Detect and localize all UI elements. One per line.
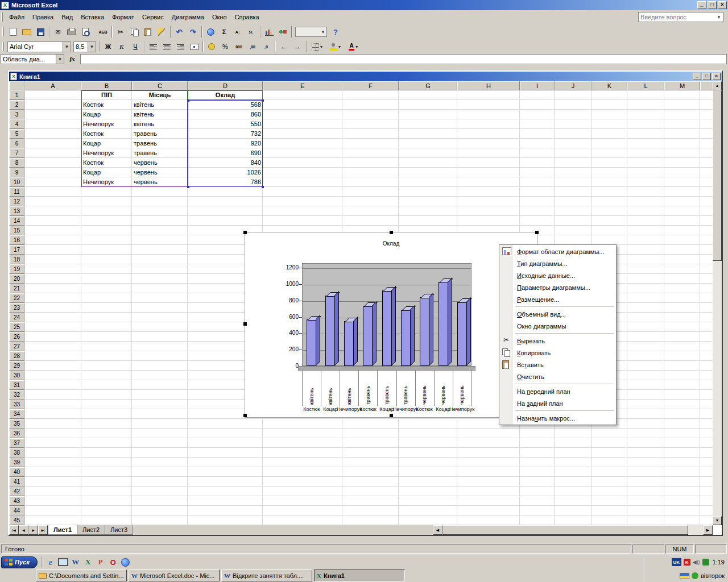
toolbar-borders-button[interactable]: ▼ [308,40,326,53]
show-desktop-icon[interactable] [57,556,69,568]
chevron-down-icon[interactable]: ▼ [88,42,96,52]
chart-bar-4[interactable] [363,306,373,366]
column-header-G[interactable]: G [399,81,457,90]
context-menu-item-4[interactable]: Параметры диаграммы... [500,281,615,293]
context-menu-item-8[interactable]: ✂Вырезать [500,335,615,347]
toolbar-save-button[interactable] [34,26,47,38]
menu-item-6[interactable]: Сервис [138,12,168,22]
font-size-select[interactable]: 8,5 ▼ [73,41,96,52]
question-box[interactable]: Введите вопрос ▼ [638,12,723,22]
cell-D7[interactable]: 690 [188,148,263,158]
column-header-H[interactable]: H [457,81,520,90]
chart-bar-2[interactable] [325,296,335,366]
sheet-tab-Лист2[interactable]: Лист2 [77,525,105,535]
row-header-5[interactable]: 5 [9,129,24,139]
toolbar-sort-descending-button[interactable]: Я↓ [245,26,258,38]
cell-D4[interactable]: 550 [188,119,263,129]
browser-globe-icon[interactable] [120,556,131,568]
workbook-minimize-button[interactable]: _ [693,73,701,80]
chart-selection-handle[interactable] [390,414,393,417]
close-button[interactable]: × [718,1,727,9]
row-header-10[interactable]: 10 [9,177,24,187]
toolbar-paste-button[interactable] [141,26,155,38]
scroll-up-icon[interactable]: ▲ [713,81,722,90]
column-header-E[interactable]: E [263,81,342,90]
language-indicator[interactable]: UK [672,558,681,566]
toolbar-italic-button[interactable]: К [115,40,129,53]
cell-B2[interactable]: Костюк [81,100,132,110]
task-button-4[interactable]: Книга1 [314,569,405,581]
chevron-down-icon[interactable]: ▼ [321,30,326,35]
context-menu-item-11[interactable]: Очистить [500,371,615,383]
toolbar-align-center-button[interactable] [160,40,173,53]
row-header-15[interactable]: 15 [9,226,24,235]
cell-B10[interactable]: Нечипорук [81,177,132,187]
row-header-33[interactable]: 33 [9,400,24,409]
horizontal-scroll-thumb[interactable] [442,525,688,535]
next-sheet-button[interactable]: ▶ [28,525,38,535]
column-header-I[interactable]: I [520,81,555,90]
column-header-A[interactable]: A [24,81,81,90]
internet-explorer-icon[interactable] [45,556,56,568]
toolbar-decrease-decimal-button[interactable]: ,0 [259,40,273,53]
cell-D6[interactable]: 920 [188,139,263,148]
task-button-3[interactable]: Відкрите заняття табл.... [221,569,312,581]
column-header-B[interactable]: B [81,81,132,90]
column-header-L[interactable]: L [627,81,664,90]
cell-D1[interactable]: Оклад [188,90,263,100]
row-header-9[interactable]: 9 [9,168,24,177]
toolbar-print-button[interactable] [65,26,78,38]
cell-C3[interactable]: квітень [132,110,188,119]
toolbar-redo-button[interactable]: ↷ [186,26,200,38]
cell-C9[interactable]: червень [132,168,188,177]
row-header-4[interactable]: 4 [9,119,24,129]
minimize-button[interactable]: _ [697,1,706,9]
first-sheet-button[interactable]: |◀ [9,525,19,535]
toolbar-increase-indent-button[interactable]: → [291,40,304,53]
row-header-32[interactable]: 32 [9,390,24,400]
row-header-45[interactable]: 45 [9,516,24,525]
row-header-42[interactable]: 42 [9,487,24,496]
column-header-F[interactable]: F [342,81,399,90]
row-header-41[interactable]: 41 [9,477,24,487]
row-header-36[interactable]: 36 [9,429,24,438]
cell-B6[interactable]: Коцар [81,139,132,148]
cell-B3[interactable]: Коцар [81,110,132,119]
toolbar-print-preview-button[interactable] [78,26,92,38]
chevron-down-icon[interactable]: ▼ [338,45,342,49]
formula-input[interactable] [80,54,727,64]
column-header-D[interactable]: D [188,81,263,90]
cell-D9[interactable]: 1026 [188,168,263,177]
context-menu-item-5[interactable]: Размещение... [500,293,615,305]
chevron-down-icon[interactable]: ▼ [355,45,359,49]
chart-bar-7[interactable] [420,297,429,366]
row-header-7[interactable]: 7 [9,148,24,158]
toolbar-font-color-button[interactable]: А▼ [345,40,363,53]
cell-B7[interactable]: Нечипорук [81,148,132,158]
toolbar-help-button[interactable]: ? [329,26,342,38]
chart-bar-5[interactable] [382,290,392,366]
previous-sheet-button[interactable]: ◀ [19,525,28,535]
toolbar-new-button[interactable] [6,26,20,38]
cell-C1[interactable]: Місяць [132,90,188,100]
chevron-down-icon[interactable]: ▼ [56,55,64,64]
context-menu-item-13[interactable]: На задний план [500,397,615,409]
toolbar-percent-style-button[interactable]: % [218,40,232,53]
menu-item-4[interactable]: Вставка [77,12,108,22]
scroll-down-icon[interactable]: ▼ [713,516,722,525]
vertical-scroll-thumb[interactable] [713,90,722,261]
context-menu-item-10[interactable]: Вставить [500,359,615,371]
cell-D5[interactable]: 732 [188,129,263,139]
powerpoint-icon[interactable] [95,556,106,568]
row-header-26[interactable]: 26 [9,332,24,342]
context-menu-item-6[interactable]: Объемный вид... [500,308,615,320]
chart-selection-handle[interactable] [390,231,393,234]
context-menu-item-1[interactable]: Формат области диаграммы... [500,246,615,257]
toolbar-decrease-indent-button[interactable]: ← [277,40,291,53]
toolbar-fill-color-button[interactable]: ▼ [326,40,345,53]
row-header-39[interactable]: 39 [9,458,24,467]
toolbar-bold-button[interactable]: Ж [101,40,115,53]
chevron-down-icon[interactable]: ▼ [320,45,324,49]
ukraine-flag-icon[interactable] [680,573,689,579]
vertical-scrollbar[interactable]: ▲ ▼ [713,81,722,525]
